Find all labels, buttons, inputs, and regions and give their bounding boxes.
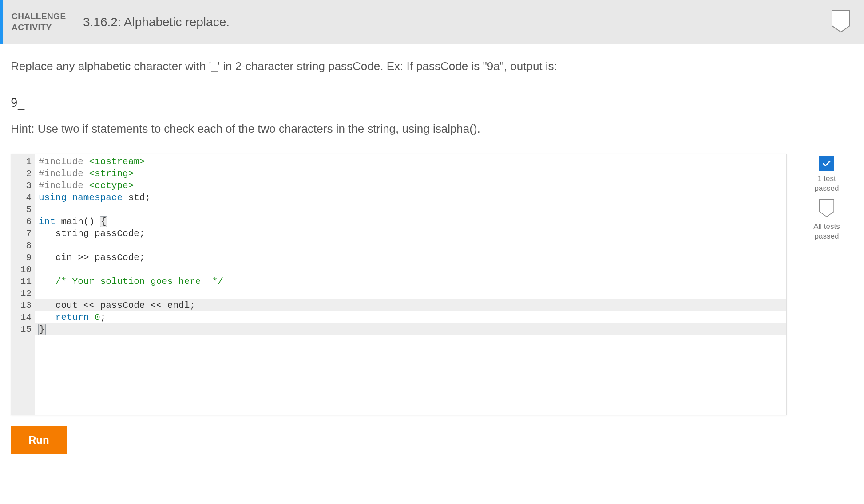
all-tests-passed-block: All tests passed bbox=[813, 199, 840, 241]
challenge-label-line1: CHALLENGE bbox=[12, 11, 66, 22]
problem-description: Replace any alphabetic character with '_… bbox=[0, 44, 864, 88]
line-number-gutter: 123456789101112131415 bbox=[11, 154, 35, 415]
test-status-panel: 1 test passed All tests passed bbox=[800, 154, 853, 415]
code-text-area[interactable]: #include <iostream>#include <string>#inc… bbox=[35, 154, 786, 415]
challenge-label-line2: ACTIVITY bbox=[12, 22, 66, 33]
check-icon bbox=[819, 156, 834, 171]
challenge-title: 3.16.2: Alphabetic replace. bbox=[83, 15, 230, 29]
header-divider bbox=[74, 10, 74, 35]
all-tests-line2: passed bbox=[813, 232, 840, 241]
one-test-line2: passed bbox=[815, 184, 839, 193]
all-tests-line1: All tests bbox=[813, 222, 840, 232]
one-test-passed-block: 1 test passed bbox=[815, 156, 839, 193]
one-test-line1: 1 test bbox=[815, 174, 839, 184]
challenge-header: CHALLENGE ACTIVITY 3.16.2: Alphabetic re… bbox=[0, 0, 864, 44]
pocket-badge-icon bbox=[831, 10, 851, 35]
example-output: 9_ bbox=[0, 88, 864, 118]
problem-hint: Hint: Use two if statements to check eac… bbox=[0, 118, 864, 154]
pocket-badge-small-icon bbox=[819, 199, 835, 219]
challenge-activity-label: CHALLENGE ACTIVITY bbox=[12, 11, 74, 33]
code-editor[interactable]: 123456789101112131415 #include <iostream… bbox=[11, 154, 787, 415]
run-button[interactable]: Run bbox=[11, 426, 67, 454]
